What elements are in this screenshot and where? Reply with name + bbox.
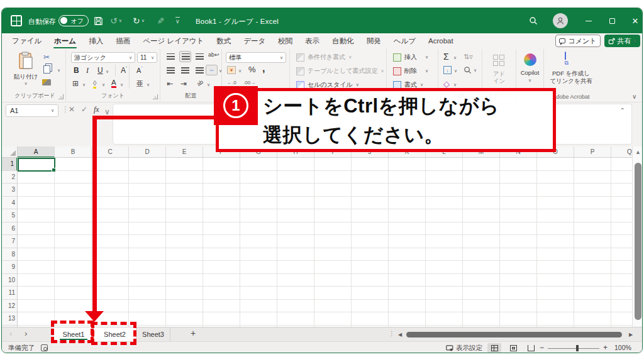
copilot-label[interactable]: Copilot xyxy=(516,69,543,76)
borders-button[interactable]: ⊞ xyxy=(72,79,79,88)
copilot-dropdown[interactable]: ∨ xyxy=(528,78,531,83)
row-header-7[interactable]: 7 xyxy=(2,235,18,248)
name-box[interactable]: A1 ∨ xyxy=(6,104,58,117)
vertical-scroll-thumb[interactable] xyxy=(635,163,641,320)
column-header-D[interactable]: D xyxy=(129,146,166,158)
delete-cells-button[interactable]: 削除 ∨ xyxy=(393,67,428,75)
font-color-dropdown[interactable]: ∨ xyxy=(120,82,123,87)
zoom-slider-track[interactable] xyxy=(548,348,599,349)
search-button[interactable] xyxy=(525,13,541,28)
cancel-entry-button[interactable]: ✕ xyxy=(69,105,75,114)
fx-dropdown[interactable]: ∨ xyxy=(104,107,110,116)
row-header-11[interactable]: 11 xyxy=(2,287,18,300)
autosave-toggle[interactable]: オフ xyxy=(58,15,89,26)
percent-button[interactable]: % xyxy=(248,65,256,74)
clear-button[interactable]: ◇ xyxy=(443,79,450,89)
ruby-dropdown[interactable]: ∨ xyxy=(147,82,150,87)
collapse-ribbon-button[interactable]: ∨ xyxy=(632,93,636,100)
borders-dropdown[interactable]: ∨ xyxy=(82,82,86,87)
copilot-icon[interactable] xyxy=(524,53,536,66)
close-button[interactable]: ✕ xyxy=(627,13,643,28)
zoom-in-button[interactable]: + xyxy=(603,343,608,352)
display-settings-button[interactable]: 表示設定 xyxy=(446,344,482,353)
addins-icon[interactable] xyxy=(493,55,504,66)
ribbon-tab-ファイル[interactable]: ファイル xyxy=(6,33,48,49)
ribbon-tab-ホーム[interactable]: ホーム xyxy=(48,33,82,49)
row-header-3[interactable]: 3 xyxy=(2,184,18,197)
fill-dropdown[interactable]: ∨ xyxy=(454,69,457,74)
page-break-view-button[interactable] xyxy=(524,343,538,353)
ribbon-tab-自動化[interactable]: 自動化 xyxy=(326,33,360,49)
increase-indent-button[interactable]: ⇥ xyxy=(180,79,187,88)
sort-filter-button[interactable]: ⇅∇ xyxy=(464,53,473,61)
scroll-left-icon[interactable]: ◀ xyxy=(398,332,402,337)
account-avatar[interactable] xyxy=(553,13,568,28)
row-header-9[interactable]: 9 xyxy=(2,261,18,274)
ribbon-tab-ヘルプ[interactable]: ヘルプ xyxy=(387,33,422,49)
column-header-P[interactable]: P xyxy=(574,146,611,158)
ribbon-tab-Acrobat[interactable]: Acrobat xyxy=(422,33,460,49)
quick-access-customize-button[interactable]: ∨ xyxy=(174,8,180,33)
italic-button[interactable]: I xyxy=(86,66,89,75)
row-header-8[interactable]: 8 xyxy=(2,248,18,261)
row-header-12[interactable]: 12 xyxy=(2,300,18,313)
fill-color-button[interactable]: ◊ xyxy=(93,79,96,89)
cells-area[interactable] xyxy=(18,158,632,327)
decrease-indent-button[interactable]: ⇤ xyxy=(167,79,173,88)
column-header-B[interactable]: B xyxy=(55,146,92,158)
macro-record-icon[interactable] xyxy=(41,344,48,351)
column-header-A[interactable]: A xyxy=(18,146,55,158)
decrease-decimal-button[interactable]: .00→ xyxy=(243,80,255,85)
row-header-1[interactable]: 1 xyxy=(2,158,18,171)
share-button[interactable]: 共有 ∨ xyxy=(604,35,640,47)
align-right-button[interactable] xyxy=(196,67,204,74)
number-format-combo[interactable]: 標準∨ xyxy=(226,52,286,63)
column-header-C[interactable]: C xyxy=(92,146,129,158)
currency-dropdown[interactable]: ∨ xyxy=(238,69,242,74)
minimize-button[interactable] xyxy=(580,13,597,28)
maximize-button[interactable] xyxy=(604,13,620,28)
wrap-text-button[interactable]: ab↩ xyxy=(208,52,219,58)
ribbon-tab-校閲[interactable]: 校閲 xyxy=(272,33,299,49)
create-pdf-button[interactable]: PDF を作成してリンクを共有 xyxy=(544,70,598,85)
currency-format-button[interactable]: ¥ xyxy=(227,66,236,74)
fill-color-dropdown[interactable]: ∨ xyxy=(102,82,105,87)
insert-cells-button[interactable]: 挿入 ∨ xyxy=(393,53,428,62)
format-as-table-button[interactable]: テーブルとして書式設定 ∨ xyxy=(296,67,384,75)
ribbon-tab-数式[interactable]: 数式 xyxy=(210,33,237,49)
redo-button[interactable]: ↻∨ xyxy=(133,8,145,33)
merge-center-button[interactable]: ⇔ xyxy=(206,65,218,75)
increase-font-button[interactable]: Aˆ xyxy=(121,66,127,75)
font-name-combo[interactable]: 游ゴシック∨ xyxy=(71,52,135,63)
expand-formula-bar-icon[interactable]: ⌃ xyxy=(620,107,625,114)
decrease-font-button[interactable]: Aˇ xyxy=(136,66,143,74)
bold-button[interactable]: B xyxy=(74,66,79,75)
underline-button[interactable]: U xyxy=(97,66,103,75)
align-top-button[interactable] xyxy=(167,53,175,60)
orientation-dropdown[interactable]: ∨ xyxy=(207,82,210,87)
format-painter-button[interactable] xyxy=(42,79,51,85)
comma-button[interactable]: , xyxy=(262,63,265,74)
selected-cell-a1[interactable] xyxy=(18,158,55,172)
tab-split-handle[interactable]: ⋮ xyxy=(389,330,395,337)
row-header-2[interactable]: 2 xyxy=(2,171,18,184)
ruby-button[interactable]: 亜 xyxy=(136,79,143,89)
conditional-formatting-button[interactable]: 条件付き書式 ∨ xyxy=(296,53,352,62)
sheet-tab-sheet3[interactable]: Sheet3 xyxy=(136,327,170,341)
font-dialog-launcher[interactable] xyxy=(153,94,158,99)
autosum-button[interactable]: Σ xyxy=(443,52,449,62)
clipboard-dialog-launcher[interactable] xyxy=(58,94,64,99)
next-sheet-button[interactable]: › xyxy=(25,329,27,338)
zoom-slider-thumb[interactable] xyxy=(576,345,579,351)
align-center-button[interactable] xyxy=(181,67,189,74)
save-button[interactable] xyxy=(94,8,103,33)
column-header-E[interactable]: E xyxy=(166,146,203,158)
prev-sheet-button[interactable]: ‹ xyxy=(9,329,12,338)
row-header-4[interactable]: 4 xyxy=(2,197,18,210)
find-select-button[interactable] xyxy=(464,65,472,77)
row-header-6[interactable]: 6 xyxy=(2,222,18,236)
ribbon-tab-描画[interactable]: 描画 xyxy=(109,33,136,49)
excel-app-icon[interactable] xyxy=(11,15,22,26)
autosum-dropdown[interactable]: ∨ xyxy=(453,55,457,60)
normal-view-button[interactable] xyxy=(487,343,501,353)
